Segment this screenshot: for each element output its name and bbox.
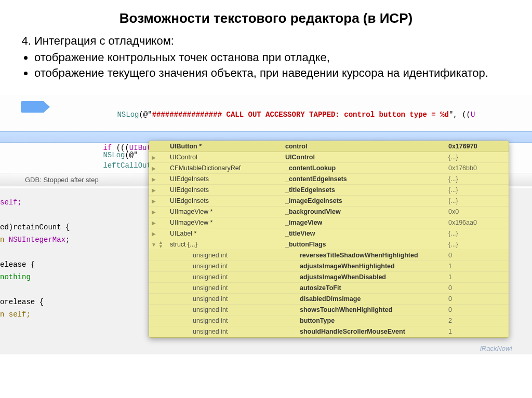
popup-type: UILabel * (167, 230, 282, 237)
popup-type: unsigned int (167, 328, 297, 335)
popup-name: adjustsImageWhenHighlighted (297, 263, 445, 270)
code-token: ################ CALL OUT ACCESSORY TAPP… (152, 111, 449, 119)
popup-value: 0 (445, 284, 509, 292)
popup-name: _imageView (282, 219, 445, 226)
popup-subrow[interactable]: unsigned intshowsTouchWhenHighlighted0 (149, 305, 509, 315)
popup-subrow[interactable]: unsigned intadjustsImageWhenHighlighted1 (149, 261, 509, 272)
popup-header-type: UIButton * (167, 141, 282, 152)
popup-subrow[interactable]: unsigned intdisabledDimsImage0 (149, 294, 509, 305)
popup-body: ▶UIControlUIControl{...}▶CFMutableDictio… (149, 152, 509, 337)
popup-value: 0x196aa0 (445, 219, 509, 226)
popup-value: 0 (445, 252, 509, 259)
disclosure-icon[interactable]: ▶ (149, 176, 158, 182)
popup-type: unsigned int (167, 252, 297, 259)
popup-value: {...} (445, 230, 509, 237)
popup-value: 0x176bb0 (445, 164, 509, 172)
watermark-label: iRackNow! (480, 345, 512, 352)
popup-row[interactable]: ▶UIEdgeInsets_imageEdgeInsets{...} (149, 196, 509, 207)
popup-value: 1 (445, 328, 509, 335)
popup-row[interactable]: ▶UIEdgeInsets_titleEdgeInsets{...} (149, 185, 509, 196)
popup-type: unsigned int (167, 295, 297, 303)
disclosure-icon[interactable]: ▶ (149, 155, 158, 160)
popup-name: _contentLookup (282, 164, 445, 172)
popup-value: 2 (445, 317, 509, 324)
popup-value: {...} (445, 154, 509, 161)
code-token: (@" (139, 111, 152, 119)
popup-subrow[interactable]: unsigned intadjustsImageWhenDisabled1 (149, 272, 509, 283)
code-token: NSLog (117, 111, 139, 119)
popup-row[interactable]: ▼▲▼struct {...}_buttonFlags{...} (149, 239, 509, 250)
list-item: Интеграция с отладчиком: (34, 34, 511, 48)
popup-header-name: control (282, 141, 445, 152)
popup-value: 1 (445, 263, 509, 270)
popup-name: UIControl (282, 154, 445, 161)
popup-type: unsigned int (167, 273, 297, 281)
bullet-item: отображение контрольных точек останова п… (34, 50, 511, 65)
popup-row[interactable]: ▶UIEdgeInsets_contentEdgeInsets{...} (149, 174, 509, 185)
popup-type: unsigned int (167, 263, 297, 270)
disclosure-icon[interactable]: ▶ (149, 198, 158, 204)
popup-value: 0x0 (445, 208, 509, 215)
popup-type: UIEdgeInsets (167, 186, 282, 194)
stepper-icon[interactable]: ▲▼ (158, 240, 167, 249)
bullet-item: отображение текущего значения объекта, п… (34, 66, 511, 80)
popup-value: 0 (445, 295, 509, 303)
popup-subrow[interactable]: unsigned intautosizeToFit0 (149, 283, 509, 294)
popup-value: {...} (445, 241, 509, 248)
disclosure-icon[interactable]: ▶ (149, 187, 158, 193)
popup-value: 1 (445, 273, 509, 281)
popup-row[interactable]: ▶UILabel *_titleView{...} (149, 228, 509, 239)
popup-name: _buttonFlags (282, 241, 445, 248)
popup-type: UIImageView * (167, 208, 282, 215)
popup-name: shouldHandleScrollerMouseEvent (297, 328, 445, 335)
popup-name: _backgroundView (282, 208, 445, 215)
popup-type: unsigned int (167, 317, 297, 324)
popup-type: UIControl (167, 154, 282, 161)
ide-screenshot: NSLog(@"################ CALL OUT ACCESS… (0, 90, 532, 354)
code-line: NSLog(@"################ CALL OUT ACCESS… (91, 102, 475, 127)
disclosure-icon[interactable]: ▼ (149, 242, 158, 248)
popup-value: 0 (445, 306, 509, 313)
popup-type: UIImageView * (167, 219, 282, 226)
disclosure-icon[interactable]: ▶ (149, 166, 158, 171)
popup-row[interactable]: ▶UIImageView *_imageView0x196aa0 (149, 217, 509, 228)
popup-name: disabledDimsImage (297, 295, 445, 303)
popup-name: showsTouchWhenHighlighted (297, 306, 445, 313)
popup-name: adjustsImageWhenDisabled (297, 273, 445, 281)
code-token: ", (( (449, 111, 471, 119)
popup-row[interactable]: ▶UIControlUIControl{...} (149, 152, 509, 163)
popup-subrow[interactable]: unsigned intreversesTitleShadowWhenHighl… (149, 250, 509, 261)
debug-variable-popup[interactable]: UIButton * control 0x176970 ▶UIControlUI… (149, 141, 509, 338)
editor-lower-code: self; ed)retainCount { n NSUIntegerMax; … (0, 196, 70, 321)
popup-header-addr: 0x176970 (445, 141, 509, 152)
popup-type: struct {...} (167, 241, 282, 248)
popup-subrow[interactable]: unsigned intshouldHandleScrollerMouseEve… (149, 326, 509, 337)
disclosure-icon[interactable]: ▶ (149, 231, 158, 237)
disclosure-icon[interactable]: ▶ (149, 220, 158, 226)
popup-value: {...} (445, 175, 509, 183)
popup-type: unsigned int (167, 284, 297, 292)
popup-name: _contentEdgeInsets (282, 175, 445, 183)
popup-name: autosizeToFit (297, 284, 445, 292)
popup-type: unsigned int (167, 306, 297, 313)
popup-name: _titleView (282, 230, 445, 237)
popup-type: UIEdgeInsets (167, 197, 282, 204)
popup-value: {...} (445, 197, 509, 204)
popup-name: _imageEdgeInsets (282, 197, 445, 204)
popup-row[interactable]: ▶CFMutableDictionaryRef_contentLookup0x1… (149, 163, 509, 174)
slide-title: Возможности текстового редактора (в ИСР) (0, 10, 532, 26)
bullet-list: отображение контрольных точек останова п… (5, 50, 511, 80)
code-token: U (471, 111, 475, 119)
popup-value: {...} (445, 186, 509, 194)
popup-name: buttonType (297, 317, 445, 324)
popup-header: UIButton * control 0x176970 (149, 141, 509, 152)
popup-type: CFMutableDictionaryRef (167, 164, 282, 172)
numbered-list: Интеграция с отладчиком: (5, 34, 511, 48)
popup-type: UIEdgeInsets (167, 175, 282, 183)
popup-name: reversesTitleShadowWhenHighlighted (297, 252, 445, 259)
disclosure-icon[interactable]: ▶ (149, 209, 158, 215)
execution-pointer-icon (21, 101, 44, 113)
popup-row[interactable]: ▶UIImageView *_backgroundView0x0 (149, 207, 509, 217)
popup-name: _titleEdgeInsets (282, 186, 445, 194)
popup-subrow[interactable]: unsigned intbuttonType2 (149, 315, 509, 326)
